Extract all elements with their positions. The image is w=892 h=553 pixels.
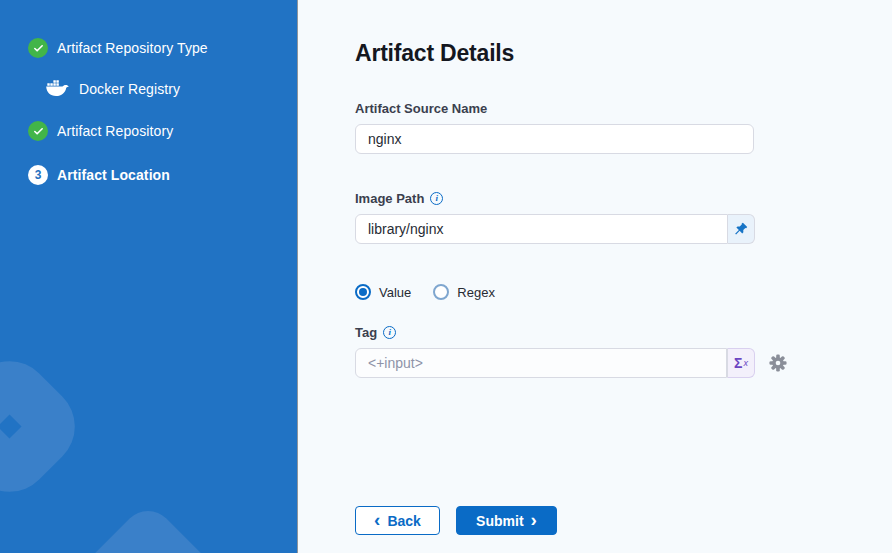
substep-label: Docker Registry	[79, 81, 180, 97]
radio-regex[interactable]: Regex	[433, 284, 495, 300]
harness-logo-watermark-ring	[0, 344, 92, 509]
image-path-field: Image Path i	[355, 191, 892, 244]
gear-icon	[769, 354, 787, 372]
back-button-label: Back	[387, 513, 420, 529]
sigma-icon: Σ	[734, 355, 742, 371]
tag-settings-button[interactable]	[769, 354, 787, 372]
submit-button-label: Submit	[476, 513, 523, 529]
radio-unselected-icon	[433, 284, 449, 300]
pin-icon	[734, 222, 748, 236]
wizard-footer-buttons: ‹ Back Submit ›	[355, 506, 892, 535]
artifact-source-name-label: Artifact Source Name	[355, 101, 892, 116]
radio-value[interactable]: Value	[355, 284, 411, 300]
check-icon	[28, 38, 48, 58]
step-label: Artifact Repository Type	[57, 40, 208, 56]
step-number-badge: 3	[28, 165, 48, 185]
step-artifact-location[interactable]: 3 Artifact Location	[0, 165, 297, 185]
artifact-source-name-field: Artifact Source Name	[355, 101, 892, 154]
tag-label: Tag	[355, 325, 377, 340]
step-label: Artifact Repository	[57, 123, 173, 139]
submit-button[interactable]: Submit ›	[456, 506, 557, 535]
harness-logo-watermark-diamond	[63, 500, 233, 553]
step-artifact-repository-type[interactable]: Artifact Repository Type	[0, 38, 297, 58]
info-icon[interactable]: i	[430, 192, 443, 205]
radio-regex-label: Regex	[457, 285, 495, 300]
wizard-sidebar: Artifact Repository Type Docker Registry	[0, 0, 298, 553]
fixed-value-pin-button[interactable]	[728, 214, 755, 244]
tag-input[interactable]	[355, 348, 727, 378]
back-button[interactable]: ‹ Back	[355, 506, 440, 535]
artifact-source-name-input[interactable]	[355, 124, 754, 154]
step-artifact-repository[interactable]: Artifact Repository	[0, 121, 297, 141]
sigma-sup: x	[743, 358, 748, 368]
info-icon[interactable]: i	[383, 326, 396, 339]
artifact-details-panel: Artifact Details Artifact Source Name Im…	[299, 0, 892, 553]
check-icon	[28, 121, 48, 141]
wizard-steps: Artifact Repository Type Docker Registry	[0, 0, 297, 185]
tag-mode-radio-group: Value Regex	[355, 284, 892, 300]
image-path-input[interactable]	[355, 214, 728, 244]
image-path-label-row: Image Path i	[355, 191, 892, 206]
page-title: Artifact Details	[355, 40, 892, 67]
image-path-label: Image Path	[355, 191, 424, 206]
expression-sigma-button[interactable]: Σx	[727, 348, 755, 378]
radio-value-label: Value	[379, 285, 411, 300]
radio-selected-icon	[355, 284, 371, 300]
tag-field: Tag i Σx	[355, 325, 892, 378]
substep-docker-registry[interactable]: Docker Registry	[0, 80, 297, 97]
docker-whale-icon	[46, 80, 69, 97]
tag-label-row: Tag i	[355, 325, 892, 340]
step-label: Artifact Location	[57, 167, 170, 183]
